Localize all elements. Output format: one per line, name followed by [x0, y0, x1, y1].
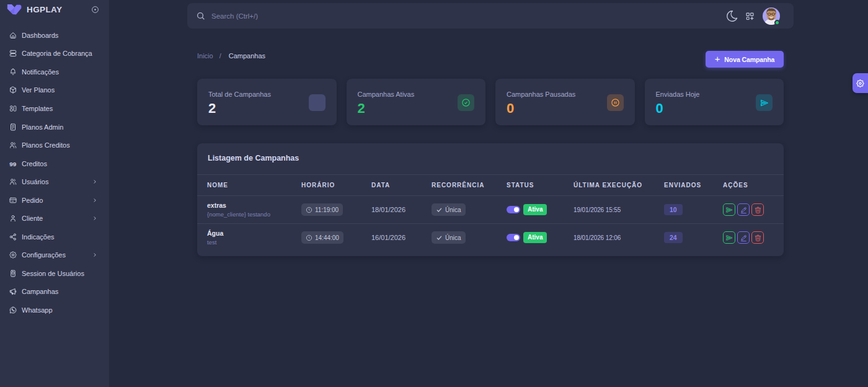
svg-text:99: 99 [9, 160, 17, 167]
